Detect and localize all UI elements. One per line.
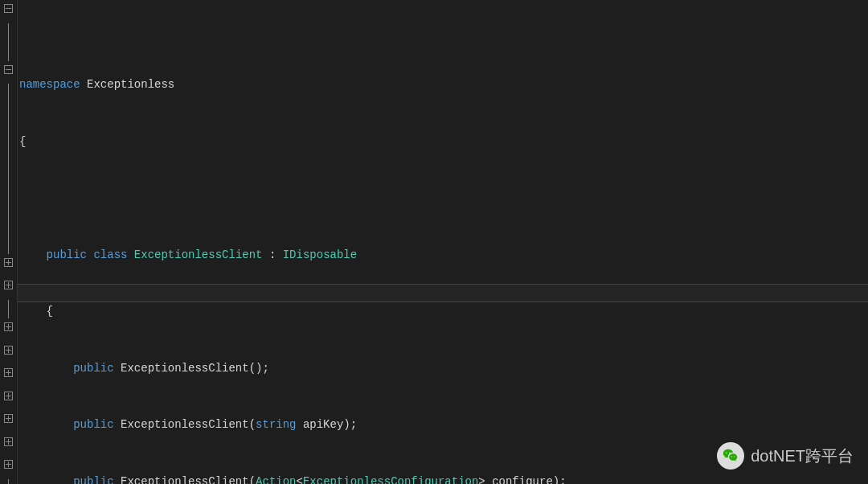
fold-expand-icon[interactable] bbox=[4, 258, 13, 267]
code-line: namespace Exceptionless bbox=[19, 76, 868, 95]
fold-expand-icon[interactable] bbox=[4, 322, 13, 331]
code-line: public ExceptionlessClient(string apiKey… bbox=[19, 416, 868, 435]
code-line: public ExceptionlessClient(); bbox=[19, 359, 868, 379]
fold-expand-icon[interactable] bbox=[4, 346, 13, 355]
code-area[interactable]: namespace Exceptionless { public class E… bbox=[18, 0, 868, 484]
current-line-highlight bbox=[18, 284, 868, 303]
fold-gutter bbox=[0, 0, 18, 484]
code-line: public class ExceptionlessClient : IDisp… bbox=[19, 246, 868, 265]
fold-toggle-icon[interactable] bbox=[4, 65, 13, 74]
fold-expand-icon[interactable] bbox=[4, 414, 13, 423]
code-editor[interactable]: namespace Exceptionless { public class E… bbox=[0, 0, 868, 484]
fold-expand-icon[interactable] bbox=[4, 368, 13, 377]
code-line bbox=[19, 189, 868, 208]
watermark: dotNET跨平台 bbox=[717, 442, 854, 470]
code-line: { bbox=[19, 302, 868, 322]
watermark-text: dotNET跨平台 bbox=[751, 445, 854, 467]
fold-toggle-icon[interactable] bbox=[4, 4, 13, 13]
wechat-icon bbox=[717, 442, 744, 470]
code-line: public ExceptionlessClient(Action<Except… bbox=[19, 473, 868, 485]
fold-expand-icon[interactable] bbox=[4, 392, 13, 400]
code-line: { bbox=[19, 133, 868, 152]
fold-expand-icon[interactable] bbox=[4, 281, 13, 289]
fold-expand-icon[interactable] bbox=[4, 460, 13, 469]
fold-expand-icon[interactable] bbox=[4, 437, 13, 446]
